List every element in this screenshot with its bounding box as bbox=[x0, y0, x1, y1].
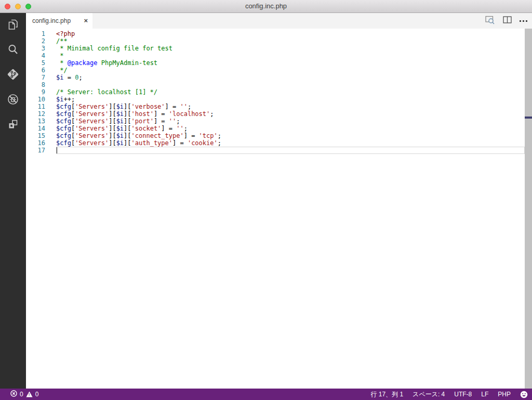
eol-indicator[interactable]: LF bbox=[481, 391, 488, 398]
indent-indicator[interactable]: スペース: 4 bbox=[413, 390, 445, 399]
line-number: 2 bbox=[26, 37, 52, 45]
window-zoom-button[interactable] bbox=[25, 4, 31, 9]
tab-label: config.inc.php bbox=[32, 17, 71, 24]
code-line[interactable]: * @package PhpMyAdmin-test bbox=[56, 59, 525, 67]
tab-bar: config.inc.php × bbox=[26, 13, 532, 29]
line-number: 15 bbox=[26, 132, 52, 139]
error-count: 0 bbox=[20, 389, 23, 400]
warning-count: 0 bbox=[35, 389, 39, 400]
overview-ruler-cursor-marker bbox=[525, 117, 532, 119]
sidebar-item-debug[interactable] bbox=[0, 88, 26, 113]
activity-bar bbox=[0, 13, 26, 389]
problems-indicator[interactable]: 0 ! 0 bbox=[10, 389, 38, 400]
search-icon bbox=[6, 43, 20, 58]
editor[interactable]: 1234567891011121314151617 <?php/** * Min… bbox=[26, 29, 532, 389]
split-editor-button[interactable] bbox=[503, 16, 512, 25]
code-line[interactable]: $cfg['Servers'][$i]['port'] = ''; bbox=[56, 118, 525, 125]
code-line[interactable]: */ bbox=[56, 67, 525, 74]
text-cursor bbox=[57, 147, 57, 153]
debug-icon bbox=[6, 93, 20, 108]
sidebar-item-source-control[interactable] bbox=[0, 63, 26, 88]
language-indicator[interactable]: PHP bbox=[498, 391, 511, 398]
line-number: 16 bbox=[26, 139, 52, 147]
line-number: 4 bbox=[26, 52, 52, 59]
line-number: 7 bbox=[26, 74, 52, 81]
line-number: 13 bbox=[26, 118, 52, 125]
vertical-scrollbar[interactable] bbox=[525, 29, 532, 389]
sidebar-item-search[interactable] bbox=[0, 38, 26, 63]
code-line[interactable]: <?php bbox=[56, 30, 525, 37]
feedback-smiley-icon[interactable] bbox=[520, 391, 528, 398]
window-title: config.inc.php bbox=[0, 0, 532, 12]
code-line[interactable]: $i = 0; bbox=[56, 74, 525, 81]
line-number: 9 bbox=[26, 88, 52, 96]
line-number: 8 bbox=[26, 81, 52, 88]
sidebar-item-extensions[interactable] bbox=[0, 113, 26, 138]
line-col-indicator[interactable]: 行 17、列 1 bbox=[370, 390, 403, 399]
ellipsis-icon bbox=[520, 20, 527, 22]
window-minimize-button[interactable] bbox=[15, 4, 21, 9]
line-number: 1 bbox=[26, 30, 52, 37]
titlebar: config.inc.php bbox=[0, 0, 532, 13]
code-line[interactable]: * bbox=[56, 52, 525, 59]
code-line[interactable]: $cfg['Servers'][$i]['socket'] = ''; bbox=[56, 125, 525, 132]
vscode-window: config.inc.php bbox=[0, 0, 532, 400]
open-preview-button[interactable] bbox=[485, 16, 495, 27]
line-number: 10 bbox=[26, 96, 52, 103]
status-bar: 0 ! 0 行 17、列 1 スペース: 4 UTF-8 LF PHP bbox=[0, 389, 532, 400]
line-number: 5 bbox=[26, 59, 52, 67]
code-lines[interactable]: <?php/** * Minimal config file for test … bbox=[52, 30, 525, 154]
code-line[interactable] bbox=[56, 81, 525, 88]
editor-actions bbox=[485, 13, 527, 29]
error-icon bbox=[10, 390, 17, 398]
sidebar-item-explorer[interactable] bbox=[0, 13, 26, 38]
code-line[interactable] bbox=[56, 147, 525, 154]
more-actions-button[interactable] bbox=[520, 20, 527, 22]
files-icon bbox=[6, 18, 20, 33]
code-line[interactable]: $i++; bbox=[56, 96, 525, 103]
line-number: 3 bbox=[26, 45, 52, 52]
code-line[interactable]: * Minimal config file for test bbox=[56, 45, 525, 52]
split-editor-icon bbox=[503, 16, 512, 25]
line-number: 11 bbox=[26, 103, 52, 110]
code-line[interactable]: /* Server: localhost [1] */ bbox=[56, 88, 525, 96]
git-branch-icon bbox=[6, 68, 20, 83]
line-number: 12 bbox=[26, 110, 52, 118]
code-line[interactable]: $cfg['Servers'][$i]['host'] = 'localhost… bbox=[56, 110, 525, 118]
warning-icon: ! bbox=[26, 391, 33, 397]
code-line[interactable]: $cfg['Servers'][$i]['connect_type'] = 't… bbox=[56, 132, 525, 139]
tab-close-icon[interactable]: × bbox=[84, 13, 88, 29]
code-line[interactable]: /** bbox=[56, 37, 525, 45]
encoding-indicator[interactable]: UTF-8 bbox=[454, 391, 472, 398]
extensions-icon bbox=[6, 118, 20, 133]
gutter: 1234567891011121314151617 bbox=[26, 30, 52, 154]
code-line[interactable]: $cfg['Servers'][$i]['verbose'] = ''; bbox=[56, 103, 525, 110]
line-number: 17 bbox=[26, 147, 52, 154]
window-close-button[interactable] bbox=[5, 4, 10, 9]
open-preview-icon bbox=[485, 16, 495, 27]
line-number: 14 bbox=[26, 125, 52, 132]
line-number: 6 bbox=[26, 67, 52, 74]
tab-config-inc-php[interactable]: config.inc.php × bbox=[26, 13, 92, 29]
code-line[interactable]: $cfg['Servers'][$i]['auth_type'] = 'cook… bbox=[56, 139, 525, 147]
